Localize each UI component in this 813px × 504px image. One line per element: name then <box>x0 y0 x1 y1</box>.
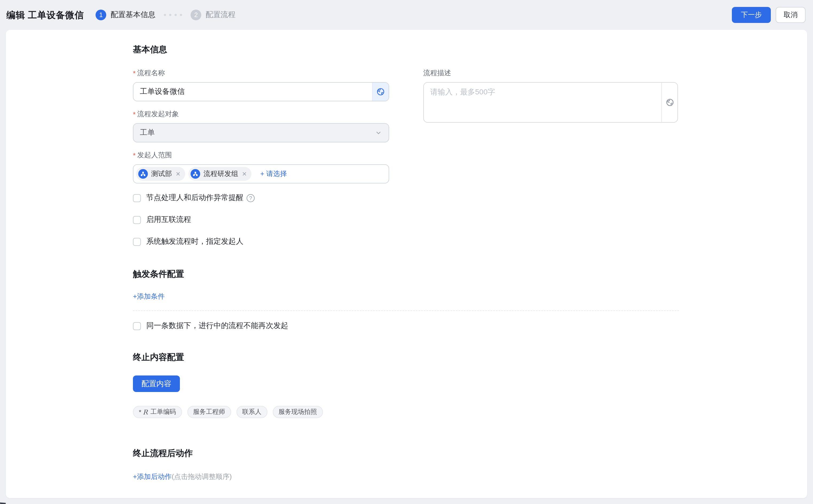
initiator-object-label: * 流程发起对象 <box>133 109 389 119</box>
step-1-label: 配置基本信息 <box>110 10 155 20</box>
option-row: 系统触发流程时，指定发起人 <box>133 237 389 246</box>
checkbox-system-trigger-initiator[interactable] <box>133 238 141 246</box>
step-indicator: 1 配置基本信息 2 配置流程 <box>95 10 236 20</box>
top-header: 编辑 工单设备微信 1 配置基本信息 2 配置流程 下一步 取消 <box>0 0 813 30</box>
field-pill: 服务工程师 <box>187 406 231 418</box>
header-actions: 下一步 取消 <box>732 7 806 23</box>
remove-tag-icon[interactable]: ✕ <box>175 170 180 177</box>
termination-field-list: *R工单编码 服务工程师 联系人 服务现场拍照 <box>133 406 679 418</box>
dashed-divider <box>133 310 679 311</box>
option-row: 同一条数据下，进行中的流程不能再次发起 <box>133 321 679 331</box>
page: 编辑 工单设备微信 1 配置基本信息 2 配置流程 下一步 取消 基本信息 <box>0 0 813 504</box>
step-configure-flow[interactable]: 2 配置流程 <box>190 10 236 20</box>
select-scope-link[interactable]: + 请选择 <box>260 169 287 179</box>
section-title-termination-content: 终止内容配置 <box>133 352 679 363</box>
scope-tag: 流程研发组 ✕ <box>188 167 252 181</box>
option-label: 节点处理人和后动作异常提醒 <box>146 193 244 203</box>
cancel-button[interactable]: 取消 <box>776 7 806 23</box>
initiator-scope-label: * 发起人范围 <box>133 150 389 160</box>
process-name-field <box>133 82 389 101</box>
mouse-cursor <box>0 499 8 504</box>
department-icon <box>138 169 148 179</box>
scope-tag-name: 流程研发组 <box>204 169 238 179</box>
field-pill: 服务现场拍照 <box>273 406 323 418</box>
globe-icon <box>666 98 674 107</box>
scope-tag: 测试部 ✕ <box>136 167 185 181</box>
next-step-button[interactable]: 下一步 <box>732 7 771 23</box>
option-label: 同一条数据下，进行中的流程不能再次发起 <box>146 321 288 331</box>
section-title-post-actions: 终止流程后动作 <box>133 448 679 459</box>
step-2-label: 配置流程 <box>206 10 236 20</box>
process-name-label: * 流程名称 <box>133 68 389 78</box>
scope-tag-name: 测试部 <box>151 169 172 179</box>
section-title-basic-info: 基本信息 <box>133 44 679 55</box>
process-description-field <box>423 82 678 123</box>
step-connector-dots <box>164 14 182 16</box>
process-description-label: 流程描述 <box>423 68 678 78</box>
checkbox-no-duplicate-flow[interactable] <box>133 322 141 330</box>
step-1-circle: 1 <box>95 10 106 20</box>
chevron-down-icon <box>375 129 382 137</box>
checkbox-exception-alert[interactable] <box>133 194 141 202</box>
help-icon[interactable]: ? <box>247 194 255 202</box>
configure-content-button[interactable]: 配置内容 <box>133 375 180 392</box>
option-row: 启用互联流程 <box>133 215 389 225</box>
section-title-trigger-conditions: 触发条件配置 <box>133 269 679 280</box>
field-pill: *R工单编码 <box>133 406 182 418</box>
required-mark: * <box>133 110 135 118</box>
page-title: 编辑 工单设备微信 <box>6 9 84 21</box>
option-row: 节点处理人和后动作异常提醒 ? <box>133 193 389 203</box>
remove-tag-icon[interactable]: ✕ <box>242 170 247 177</box>
step-2-circle: 2 <box>190 10 201 20</box>
translate-language-button[interactable] <box>662 83 678 122</box>
required-mark: * <box>133 151 135 159</box>
initiator-scope-field[interactable]: 测试部 ✕ <box>133 164 389 183</box>
required-mark: * <box>133 69 135 77</box>
option-label: 系统触发流程时，指定发起人 <box>146 237 244 246</box>
checkbox-enable-linked-flow[interactable] <box>133 216 141 224</box>
add-condition-link[interactable]: +添加条件 <box>133 292 165 301</box>
main-card: 基本信息 * 流程名称 <box>6 30 807 498</box>
option-label: 启用互联流程 <box>146 215 191 225</box>
add-post-action-hint: (点击拖动调整顺序) <box>171 473 232 481</box>
initiator-object-value: 工单 <box>140 128 155 138</box>
globe-icon <box>376 87 385 96</box>
initiator-object-select[interactable]: 工单 <box>133 123 389 142</box>
step-basic-info[interactable]: 1 配置基本信息 <box>95 10 155 20</box>
field-pill: 联系人 <box>236 406 267 418</box>
department-icon <box>190 169 200 179</box>
process-description-input[interactable] <box>424 83 662 122</box>
translate-language-button[interactable] <box>372 83 389 101</box>
process-name-input[interactable] <box>133 83 372 101</box>
add-post-action-link[interactable]: +添加后动作 <box>133 472 171 482</box>
